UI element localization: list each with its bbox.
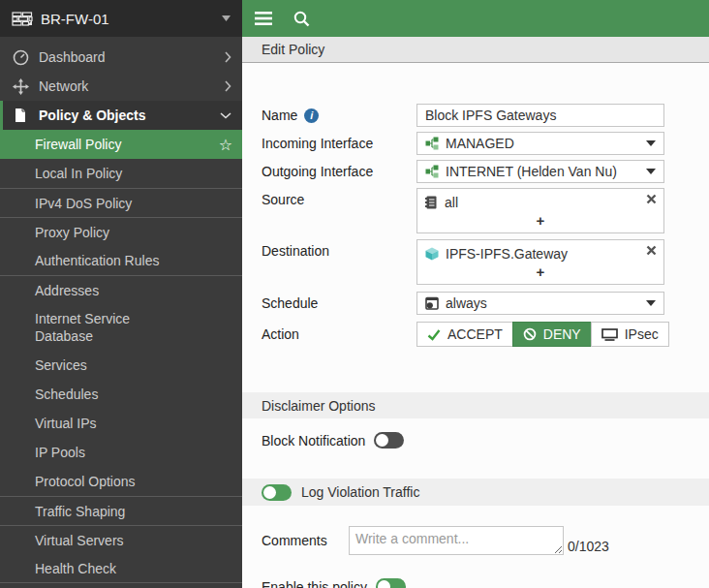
sidebar-item-virtual-servers[interactable]: Virtual Servers bbox=[0, 525, 242, 554]
topbar bbox=[242, 0, 709, 37]
log-violation-label: Log Violation Traffic bbox=[301, 484, 419, 500]
outgoing-interface-value: INTERNET (Helden Van Nu) bbox=[446, 164, 639, 179]
sidebar-item-schedules[interactable]: Schedules bbox=[0, 380, 242, 409]
disclaimer-options-section: Disclaimer Options bbox=[242, 392, 709, 418]
schedule-row: Schedule always bbox=[262, 292, 709, 315]
name-label-wrap: Name i bbox=[262, 108, 416, 123]
outgoing-interface-row: Outgoing Interface INTERNET (Helden Van … bbox=[262, 160, 709, 183]
outgoing-interface-label: Outgoing Interface bbox=[262, 164, 416, 179]
sidebar-item-authentication-rules[interactable]: Authentication Rules bbox=[0, 246, 242, 275]
edit-policy-form: Name i Incoming Interface MANAGED Outgoi… bbox=[242, 64, 709, 588]
chevron-right-icon bbox=[225, 80, 231, 92]
remove-source-icon[interactable] bbox=[646, 194, 657, 204]
action-deny-button[interactable]: DENY bbox=[512, 322, 592, 347]
check-icon bbox=[427, 328, 441, 341]
caret-down-icon bbox=[646, 169, 656, 174]
destination-label: Destination bbox=[262, 239, 416, 259]
source-entry-name: all bbox=[445, 195, 458, 210]
destination-box: IPFS-IPFS.Gateway + bbox=[416, 239, 664, 285]
action-segmented-control: ACCEPT DENY IPsec bbox=[416, 322, 669, 347]
remove-destination-icon[interactable] bbox=[646, 245, 657, 256]
sidebar-item-internet-service-database[interactable]: Internet Service Database bbox=[0, 304, 242, 351]
comments-textarea[interactable] bbox=[349, 526, 564, 555]
chevron-right-icon bbox=[225, 51, 231, 63]
policy-name-input[interactable] bbox=[416, 104, 664, 127]
info-icon: i bbox=[304, 108, 319, 123]
sidebar-menu: Dashboard Network bbox=[0, 37, 242, 583]
destination-entry[interactable]: IPFS-IPFS.Gateway bbox=[425, 244, 656, 263]
sidebar-item-proxy-policy[interactable]: Proxy Policy bbox=[0, 217, 242, 246]
sidebar-item-traffic-shaping[interactable]: Traffic Shaping bbox=[0, 496, 242, 525]
document-icon bbox=[13, 108, 30, 123]
destination-entry-name: IPFS-IPFS.Gateway bbox=[446, 246, 568, 262]
comments-label: Comments bbox=[262, 533, 349, 548]
action-row: Action ACCEPT DENY IPsec bbox=[262, 322, 709, 347]
firewall-icon bbox=[12, 12, 33, 26]
outgoing-interface-select[interactable]: INTERNET (Helden Van Nu) bbox=[416, 160, 664, 183]
incoming-interface-value: MANAGED bbox=[446, 136, 639, 151]
circle-slash-icon bbox=[523, 327, 537, 341]
incoming-interface-select[interactable]: MANAGED bbox=[416, 132, 664, 155]
sidebar-item-ipv4-dos-policy[interactable]: IPv4 DoS Policy bbox=[0, 188, 242, 217]
sidebar-item-services[interactable]: Services bbox=[0, 351, 242, 380]
sidebar-item-label: Firewall Policy bbox=[35, 137, 219, 152]
device-name: BR-FW-01 bbox=[41, 11, 222, 27]
caret-down-icon bbox=[222, 15, 231, 21]
sidebar-item-health-check[interactable]: Health Check bbox=[0, 554, 242, 583]
enable-policy-toggle[interactable] bbox=[376, 578, 406, 588]
enable-policy-label: Enable this policy bbox=[262, 579, 367, 588]
hamburger-menu-icon[interactable] bbox=[255, 12, 272, 25]
source-row: Source all + bbox=[262, 188, 709, 233]
interface-icon bbox=[425, 137, 439, 150]
name-row: Name i bbox=[262, 104, 709, 127]
device-selector[interactable]: BR-FW-01 bbox=[0, 0, 242, 37]
monitor-icon bbox=[601, 328, 618, 341]
page-title: Edit Policy bbox=[262, 42, 324, 57]
gauge-icon bbox=[13, 49, 30, 66]
sidebar-item-policy-objects[interactable]: Policy & Objects bbox=[0, 101, 242, 130]
log-violation-section: Log Violation Traffic bbox=[242, 479, 709, 506]
incoming-interface-row: Incoming Interface MANAGED bbox=[262, 132, 709, 155]
source-entry[interactable]: all bbox=[425, 193, 656, 212]
sidebar-item-firewall-policy[interactable]: Firewall Policy ☆ bbox=[0, 130, 242, 159]
caret-down-icon bbox=[646, 300, 656, 306]
sidebar-item-label: Network bbox=[39, 78, 225, 94]
block-notification-toggle[interactable] bbox=[374, 432, 404, 449]
sidebar-item-addresses[interactable]: Addresses bbox=[0, 275, 242, 304]
internet-service-cube-icon bbox=[425, 247, 439, 261]
page-header: Edit Policy bbox=[242, 37, 709, 63]
block-notification-label: Block Notification bbox=[262, 433, 365, 449]
sidebar-item-local-in-policy[interactable]: Local In Policy bbox=[0, 159, 242, 188]
action-ipsec-button[interactable]: IPsec bbox=[591, 322, 669, 347]
add-source-button[interactable]: + bbox=[425, 212, 656, 231]
schedule-select[interactable]: always bbox=[416, 292, 664, 315]
sidebar-item-label: Policy & Objects bbox=[39, 108, 220, 123]
search-icon[interactable] bbox=[293, 11, 310, 27]
sidebar: BR-FW-01 Dashboard bbox=[0, 0, 242, 588]
log-violation-toggle[interactable] bbox=[262, 484, 292, 501]
action-label: Action bbox=[262, 326, 416, 342]
cross-arrows-icon bbox=[13, 78, 30, 95]
schedule-value: always bbox=[446, 295, 639, 311]
address-icon bbox=[425, 196, 438, 209]
favorite-star-icon[interactable]: ☆ bbox=[219, 136, 232, 154]
destination-row: Destination IPFS-IPFS.Gateway + bbox=[262, 239, 709, 285]
sidebar-item-ip-pools[interactable]: IP Pools bbox=[0, 438, 242, 467]
action-accept-button[interactable]: ACCEPT bbox=[416, 322, 513, 347]
source-label: Source bbox=[262, 188, 416, 207]
comments-char-count: 0/1023 bbox=[568, 539, 609, 554]
chevron-down-icon bbox=[220, 112, 231, 119]
calendar-clock-icon bbox=[425, 296, 439, 310]
sidebar-item-label: Dashboard bbox=[39, 49, 225, 65]
interface-icon bbox=[425, 165, 439, 178]
block-notification-row: Block Notification bbox=[262, 432, 709, 449]
disclaimer-options-title: Disclaimer Options bbox=[262, 398, 375, 414]
name-label: Name bbox=[262, 108, 297, 123]
sidebar-item-protocol-options[interactable]: Protocol Options bbox=[0, 467, 242, 496]
sidebar-item-network[interactable]: Network bbox=[0, 72, 242, 101]
sidebar-item-virtual-ips[interactable]: Virtual IPs bbox=[0, 409, 242, 438]
incoming-interface-label: Incoming Interface bbox=[262, 136, 416, 151]
sidebar-item-dashboard[interactable]: Dashboard bbox=[0, 43, 242, 72]
schedule-label: Schedule bbox=[262, 295, 416, 311]
add-destination-button[interactable]: + bbox=[425, 263, 656, 282]
